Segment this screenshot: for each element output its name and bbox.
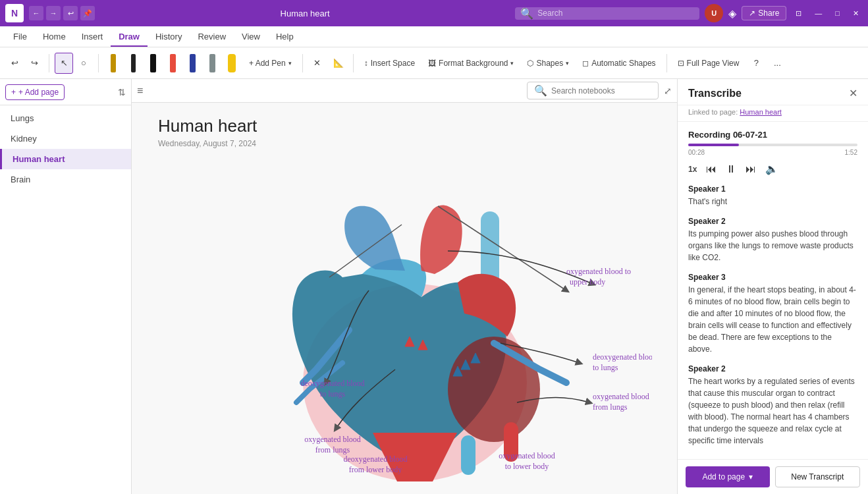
add-pen-btn[interactable]: + Add Pen ▾ bbox=[244, 56, 297, 70]
pen2-btn[interactable] bbox=[124, 53, 142, 74]
tab-help[interactable]: Help bbox=[268, 28, 302, 47]
pen7-btn[interactable] bbox=[223, 53, 241, 74]
full-page-icon: ⊡ bbox=[678, 59, 684, 68]
svg-text:upper body: upper body bbox=[570, 277, 605, 287]
minimize-btn[interactable]: — bbox=[811, 8, 826, 18]
full-page-btn[interactable]: ⊡ Full Page View bbox=[672, 56, 745, 70]
skip-forward-btn[interactable]: ⏭ bbox=[746, 163, 756, 175]
pen3-btn[interactable] bbox=[144, 53, 162, 74]
pause-btn[interactable]: ⏸ bbox=[726, 163, 736, 175]
transcript-entry-3: Speaker 3 In general, if the heart stops… bbox=[688, 273, 857, 355]
global-search-input[interactable] bbox=[537, 9, 694, 18]
forward-btn[interactable]: → bbox=[46, 6, 61, 20]
divider-5 bbox=[666, 54, 667, 72]
linked-page-link[interactable]: Human heart bbox=[740, 108, 782, 116]
insert-space-btn[interactable]: ↕ Insert Space bbox=[359, 56, 420, 70]
ruler-btn[interactable]: 📐 bbox=[329, 53, 348, 74]
svg-text:from lower body: from lower body bbox=[349, 465, 402, 474]
pen1-btn[interactable] bbox=[104, 53, 122, 74]
sort-pages-button[interactable]: ⇅ bbox=[118, 87, 126, 97]
draw-toolbar: ↩ ↪ ↖ ○ + Add Pen ▾ ✕ 📐 bbox=[0, 47, 868, 79]
lasso-tool-btn[interactable]: ○ bbox=[74, 53, 93, 74]
add-page-button[interactable]: + + Add page bbox=[5, 84, 65, 100]
close-btn[interactable]: ✕ bbox=[849, 8, 863, 19]
svg-point-3 bbox=[448, 337, 540, 442]
format-bg-label: Format Background bbox=[439, 59, 508, 68]
onenote-logo: N bbox=[5, 4, 24, 22]
expand-button[interactable]: ⤢ bbox=[664, 86, 672, 96]
more-btn[interactable]: ... bbox=[768, 53, 786, 74]
page-kidney[interactable]: Kidney bbox=[0, 128, 131, 149]
volume-btn[interactable]: 🔈 bbox=[765, 163, 778, 175]
pen4-btn[interactable] bbox=[163, 53, 182, 74]
svg-text:oxygenated blood: oxygenated blood bbox=[304, 435, 361, 444]
recording-label: Recording 06-07-21 bbox=[688, 130, 857, 140]
back-btn[interactable]: ← bbox=[29, 6, 43, 20]
speaker-4-name: Speaker 2 bbox=[688, 364, 857, 373]
undo-btn[interactable]: ↩ bbox=[5, 53, 24, 74]
avatar: U bbox=[705, 4, 723, 22]
page-brain[interactable]: Brain bbox=[0, 169, 131, 190]
undo-title-btn[interactable]: ↩ bbox=[63, 6, 78, 20]
svg-text:to lower body: to lower body bbox=[505, 462, 549, 471]
search-notebooks-box[interactable]: 🔍 bbox=[527, 82, 659, 99]
auto-shapes-btn[interactable]: ◻ Automatic Shapes bbox=[577, 56, 661, 70]
skip-back-btn[interactable]: ⏮ bbox=[706, 163, 717, 175]
cursor-tool-btn[interactable]: ↖ bbox=[55, 53, 73, 74]
redo-btn[interactable]: ↪ bbox=[25, 53, 43, 74]
sidebar-toggle-btn[interactable]: ⊡ bbox=[792, 8, 805, 19]
sidebar-toolbar: + + Add page ⇅ bbox=[0, 79, 131, 105]
svg-text:deoxygenated blood: deoxygenated blood bbox=[301, 379, 365, 388]
share-icon: ↗ bbox=[749, 9, 755, 18]
page-human-heart[interactable]: Human heart bbox=[0, 149, 131, 169]
playback-speed[interactable]: 1x bbox=[688, 165, 697, 174]
help-toolbar-btn[interactable]: ? bbox=[747, 53, 765, 74]
tab-home[interactable]: Home bbox=[35, 28, 74, 47]
window-title: Human heart bbox=[100, 9, 510, 18]
speaker-3-text: In general, if the heart stops beating, … bbox=[688, 284, 857, 355]
speaker-3-name: Speaker 3 bbox=[688, 273, 857, 282]
divider-3 bbox=[302, 54, 303, 72]
playback-controls: 1x ⏮ ⏸ ⏭ 🔈 bbox=[688, 163, 857, 175]
tab-file[interactable]: File bbox=[5, 28, 35, 47]
progress-bar[interactable] bbox=[688, 144, 857, 146]
global-search-box[interactable]: 🔍 bbox=[515, 7, 699, 20]
linked-label: Linked to page: bbox=[688, 108, 738, 116]
tab-view[interactable]: View bbox=[234, 28, 268, 47]
tab-history[interactable]: History bbox=[148, 28, 190, 47]
eraser-btn[interactable]: ✕ bbox=[308, 53, 327, 74]
pen5-btn[interactable] bbox=[183, 53, 202, 74]
new-transcript-label: New Transcript bbox=[791, 472, 844, 481]
share-button[interactable]: ↗ Share bbox=[742, 6, 786, 20]
auto-shapes-label: Automatic Shapes bbox=[591, 59, 655, 68]
close-panel-button[interactable]: ✕ bbox=[849, 87, 857, 99]
format-bg-arrow: ▾ bbox=[510, 60, 514, 67]
shapes-icon: ⬡ bbox=[527, 59, 533, 68]
add-page-label: + Add page bbox=[18, 88, 59, 97]
hamburger-menu[interactable]: ≡ bbox=[137, 85, 143, 97]
maximize-btn[interactable]: □ bbox=[831, 8, 844, 18]
sidebar: + + Add page ⇅ Lungs Kidney Human heart … bbox=[0, 79, 132, 494]
shapes-btn[interactable]: ⬡ Shapes ▾ bbox=[522, 56, 574, 70]
speaker-1-name: Speaker 1 bbox=[688, 184, 857, 194]
tab-review[interactable]: Review bbox=[190, 28, 234, 47]
page-lungs[interactable]: Lungs bbox=[0, 108, 131, 128]
pen6-btn[interactable] bbox=[203, 53, 221, 74]
ribbon-tabs: File Home Insert Draw History Review Vie… bbox=[0, 26, 868, 47]
transcript-entry-2: Speaker 2 Its pumping power also pushes … bbox=[688, 217, 857, 263]
heart-svg: oxygenated blood to upper body deoxygena… bbox=[158, 159, 652, 481]
tab-insert[interactable]: Insert bbox=[74, 28, 111, 47]
search-notebooks-icon: 🔍 bbox=[534, 84, 547, 97]
page-date: Wednesday, August 7, 2024 bbox=[158, 139, 651, 148]
add-to-page-button[interactable]: Add to page ▾ bbox=[686, 466, 770, 487]
gem-icon: ◈ bbox=[728, 7, 736, 20]
svg-text:to lungs: to lungs bbox=[320, 389, 346, 398]
new-transcript-button[interactable]: New Transcript bbox=[775, 466, 861, 487]
search-notebooks-input[interactable] bbox=[551, 86, 651, 96]
svg-rect-7 bbox=[461, 435, 475, 475]
tab-draw[interactable]: Draw bbox=[111, 28, 148, 47]
format-bg-btn[interactable]: 🖼 Format Background ▾ bbox=[423, 56, 519, 70]
pin-btn[interactable]: 📌 bbox=[80, 6, 95, 20]
full-page-label: Full Page View bbox=[687, 59, 740, 68]
tool-group: ↖ ○ bbox=[55, 53, 93, 74]
